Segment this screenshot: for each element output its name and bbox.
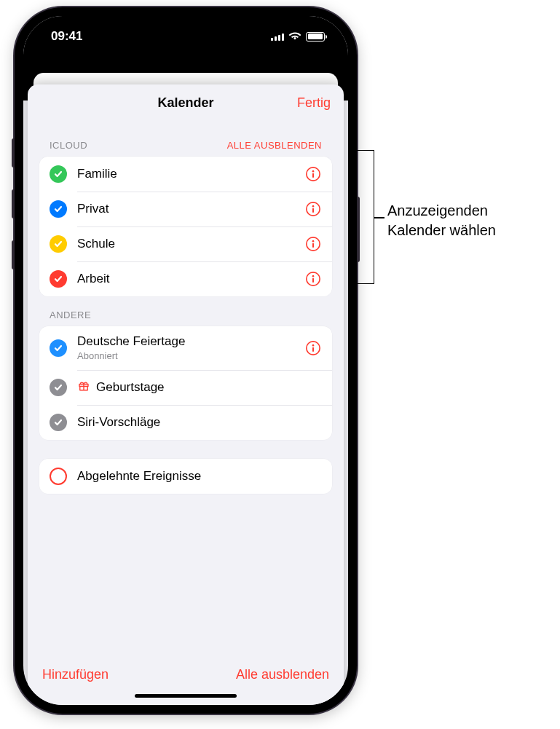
status-time: 09:41 — [51, 29, 82, 44]
svg-point-1 — [312, 170, 315, 173]
done-button[interactable]: Fertig — [297, 84, 331, 121]
info-icon[interactable] — [304, 339, 322, 357]
hide-all-button[interactable]: Alle ausblenden — [236, 667, 329, 682]
calendar-label: Privat — [77, 201, 294, 216]
calendar-row-familie[interactable]: Familie — [39, 157, 332, 192]
add-calendar-button[interactable]: Hinzufügen — [42, 667, 109, 682]
calendar-row-arbeit[interactable]: Arbeit — [39, 261, 332, 296]
info-icon[interactable] — [304, 165, 322, 183]
svg-point-7 — [312, 240, 315, 243]
info-icon[interactable] — [304, 270, 322, 288]
svg-point-13 — [312, 344, 315, 347]
unchecked-circle-icon[interactable] — [50, 468, 67, 485]
calendar-label: Familie — [77, 166, 294, 181]
svg-rect-8 — [312, 243, 314, 248]
other-group: Deutsche Feiertage Abonniert — [39, 326, 332, 440]
sheet-header: Kalender Fertig — [28, 84, 344, 121]
svg-rect-11 — [312, 278, 314, 283]
cellular-signal-icon — [271, 32, 284, 41]
callout-text-line1: Anzuzeigenden — [387, 202, 488, 218]
svg-rect-5 — [312, 208, 314, 213]
checkmark-icon[interactable] — [50, 235, 67, 253]
info-icon[interactable] — [304, 200, 322, 218]
declined-group: Abgelehnte Ereignisse — [39, 459, 332, 494]
checkmark-icon[interactable] — [50, 165, 67, 183]
callout-bracket — [357, 150, 374, 284]
phone-frame: 09:41 Kalender Fertig ICLOUD — [15, 7, 357, 714]
section-header-icloud: ICLOUD ALLE AUSBLENDEN — [39, 127, 332, 157]
hide-all-icloud-button[interactable]: ALLE AUSBLENDEN — [227, 140, 322, 151]
calendar-row-privat[interactable]: Privat — [39, 192, 332, 226]
calendar-label: Abgelehnte Ereignisse — [77, 468, 322, 484]
svg-point-10 — [312, 275, 315, 277]
calendar-label: Geburtstage — [96, 379, 165, 395]
calendar-label: Schule — [77, 236, 294, 251]
dynamic-island — [138, 29, 233, 55]
section-label: ANDERE — [50, 310, 91, 320]
calendar-row-schule[interactable]: Schule — [39, 226, 332, 261]
calendar-label: Deutsche Feiertage — [77, 334, 294, 349]
sheet-content[interactable]: ICLOUD ALLE AUSBLENDEN Familie — [28, 121, 344, 657]
checkmark-icon[interactable] — [50, 270, 67, 288]
wifi-icon — [288, 29, 301, 44]
section-header-other: ANDERE — [39, 296, 332, 326]
calendar-label: Arbeit — [77, 271, 294, 286]
section-label: ICLOUD — [50, 140, 87, 151]
home-indicator[interactable] — [135, 694, 237, 698]
svg-rect-14 — [312, 347, 314, 351]
callout-text-line2: Kalender wählen — [387, 222, 496, 238]
calendar-row-siri[interactable]: Siri-Vorschläge — [39, 405, 332, 440]
bottom-toolbar: Hinzufügen Alle ausblenden — [28, 657, 344, 690]
checkmark-icon[interactable] — [50, 414, 67, 431]
callout-stem — [374, 217, 384, 218]
checkmark-icon[interactable] — [50, 200, 67, 218]
screen: 09:41 Kalender Fertig ICLOUD — [23, 16, 348, 705]
checkmark-icon[interactable] — [50, 339, 67, 357]
gift-icon — [77, 379, 90, 395]
info-icon[interactable] — [304, 235, 322, 253]
calendars-sheet: Kalender Fertig ICLOUD ALLE AUSBLENDEN F… — [28, 84, 344, 705]
svg-rect-2 — [312, 173, 314, 178]
calendar-label: Siri-Vorschläge — [77, 414, 322, 430]
calendar-row-declined[interactable]: Abgelehnte Ereignisse — [39, 459, 332, 494]
battery-icon — [306, 32, 325, 42]
icloud-group: Familie Privat — [39, 157, 332, 296]
calendar-sublabel: Abonniert — [77, 350, 294, 362]
checkmark-icon[interactable] — [50, 379, 67, 396]
sheet-title: Kalender — [157, 95, 213, 111]
calendar-row-geburtstage[interactable]: Geburtstage — [39, 370, 332, 405]
svg-point-4 — [312, 205, 315, 208]
calendar-row-feiertage[interactable]: Deutsche Feiertage Abonniert — [39, 326, 332, 370]
